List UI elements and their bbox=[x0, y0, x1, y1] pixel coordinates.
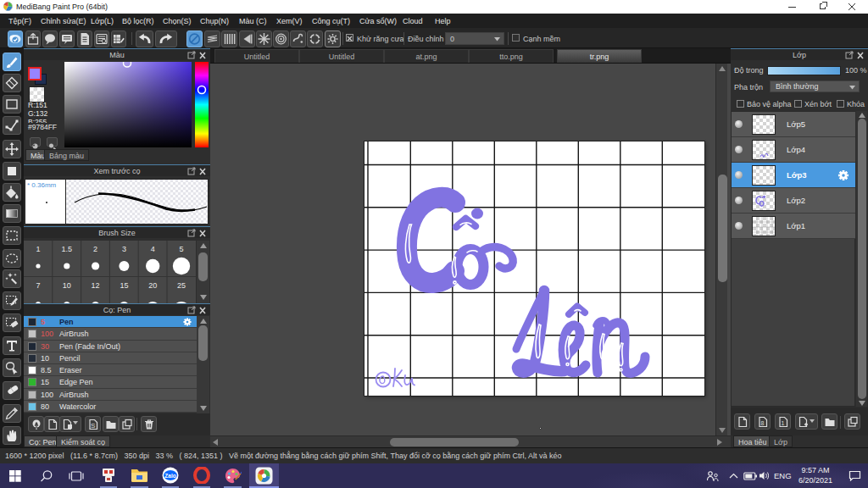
svg-text:1.5: 1.5 bbox=[62, 245, 73, 253]
svg-text:15: 15 bbox=[120, 281, 128, 290]
svg-text:12: 12 bbox=[92, 281, 100, 290]
svg-text:7: 7 bbox=[36, 281, 40, 290]
svg-text:S: S bbox=[91, 422, 95, 430]
svg-text:Zalo: Zalo bbox=[164, 473, 175, 479]
svg-text:5: 5 bbox=[179, 245, 183, 253]
svg-text:2: 2 bbox=[93, 245, 97, 253]
svg-text:10: 10 bbox=[63, 281, 71, 290]
svg-text:1: 1 bbox=[36, 245, 40, 253]
svg-text:4: 4 bbox=[151, 245, 155, 253]
svg-text:3: 3 bbox=[122, 245, 126, 253]
svg-text:20: 20 bbox=[148, 281, 157, 290]
svg-text:25: 25 bbox=[177, 281, 186, 290]
svg-text:8: 8 bbox=[761, 420, 765, 426]
svg-text:1: 1 bbox=[782, 420, 785, 426]
